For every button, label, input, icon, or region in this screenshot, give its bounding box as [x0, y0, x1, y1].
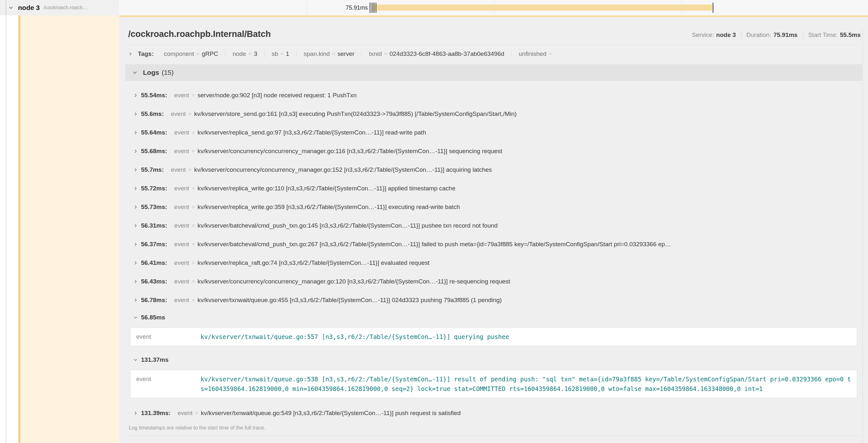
- chevron-right-icon[interactable]: [133, 298, 138, 302]
- tag-item: node = 3: [225, 50, 265, 58]
- span-bar-hatch: [369, 3, 377, 13]
- chevron-right-icon[interactable]: [133, 130, 138, 135]
- log-field-value: kv/kvserver/concurrency/concurrency_mana…: [197, 278, 862, 285]
- chevron-right-icon[interactable]: [133, 242, 138, 246]
- logs-footer-note: Log timestamps are relative to the start…: [128, 425, 862, 431]
- log-field-key: event: [174, 260, 189, 267]
- log-field-key: event: [174, 204, 189, 211]
- log-field-value: kv/kvserver/concurrency/concurrency_mana…: [194, 166, 862, 173]
- equals-sign: =: [192, 148, 195, 155]
- tag-key: node: [232, 50, 246, 58]
- logs-toggle-header[interactable]: Logs (15): [125, 64, 862, 81]
- chevron-right-icon[interactable]: [133, 279, 138, 284]
- log-row[interactable]: 56.31ms: event = kv/kvserver/batcheval/c…: [128, 216, 862, 235]
- tag-item: unfinished =: [512, 50, 561, 58]
- equals-sign: =: [188, 111, 191, 117]
- equals-sign: =: [196, 51, 199, 57]
- equals-sign: =: [192, 260, 195, 266]
- log-timestamp: 55.73ms:: [141, 204, 167, 211]
- log-row[interactable]: 55.54ms: event = server/node.go:902 [n3]…: [128, 86, 862, 105]
- log-field-key: event: [174, 297, 189, 304]
- collapse-span-chevron-icon[interactable]: [8, 5, 13, 10]
- log-field-key: event: [171, 166, 186, 173]
- chevron-right-icon[interactable]: [133, 112, 138, 116]
- duration-label: Duration:: [747, 31, 771, 38]
- duration-value: 75.91ms: [774, 31, 798, 38]
- chevron-right-icon[interactable]: [133, 93, 138, 98]
- chevron-right-icon[interactable]: [128, 52, 133, 56]
- log-row[interactable]: 56.37ms: event = kv/kvserver/batcheval/c…: [128, 235, 862, 253]
- log-field-key: event: [178, 410, 192, 417]
- tag-key: span.kind: [304, 50, 330, 58]
- log-row-expanded-header[interactable]: 131.37ms: [128, 352, 862, 368]
- log-field-key: event: [174, 185, 189, 192]
- log-row[interactable]: 55.7ms: event = kv/kvserver/concurrency/…: [128, 161, 862, 179]
- equals-sign: =: [192, 204, 195, 210]
- log-row[interactable]: 56.78ms: event = kv/kvserver/txnwait/que…: [128, 291, 862, 309]
- log-timestamp: 55.64ms:: [141, 129, 167, 136]
- logs-count: (15): [162, 69, 174, 76]
- equals-sign: =: [195, 410, 198, 416]
- tags-toggle-row[interactable]: Tags: component = gRPC node = 3 sb = 1 s…: [128, 49, 862, 59]
- chevron-right-icon[interactable]: [133, 224, 138, 228]
- log-row[interactable]: 56.41ms: event = kv/kvserver/replica_raf…: [128, 253, 862, 272]
- log-field-key: event: [174, 148, 189, 155]
- chevron-right-icon[interactable]: [133, 149, 138, 154]
- tag-key: txnid: [369, 50, 382, 58]
- detail-left-column: [20, 15, 119, 443]
- log-field-value: kv/kvserver/txnwait/queue.go:455 [n3,s3,…: [197, 297, 862, 304]
- span-name-cell[interactable]: node 3 /cockroach.roach…: [0, 0, 119, 15]
- header-divider: [128, 45, 862, 45]
- tag-key: unfinished: [519, 50, 547, 58]
- log-timestamp: 56.31ms:: [141, 222, 167, 229]
- log-row[interactable]: 55.64ms: event = kv/kvserver/replica_sen…: [128, 123, 862, 142]
- log-row[interactable]: 131.39ms: event = kv/kvserver/txnwait/qu…: [128, 404, 862, 422]
- chevron-right-icon[interactable]: [133, 411, 138, 415]
- chevron-down-icon[interactable]: [133, 357, 138, 362]
- log-row[interactable]: 56.43ms: event = kv/kvserver/concurrency…: [128, 272, 862, 291]
- log-timestamp: 56.78ms:: [141, 297, 167, 304]
- chevron-down-icon[interactable]: [133, 315, 138, 320]
- log-field-key: event: [174, 241, 189, 248]
- span-operation-name: /cockroach.roach…: [44, 5, 88, 10]
- tag-value: gRPC: [202, 50, 218, 58]
- log-row[interactable]: 55.68ms: event = kv/kvserver/concurrency…: [128, 142, 862, 161]
- equals-sign: =: [384, 51, 388, 57]
- equals-sign: =: [192, 297, 195, 303]
- log-field-value: kv/kvserver/replica_raft.go:74 [n3,s3,r6…: [197, 260, 862, 267]
- chevron-right-icon[interactable]: [133, 168, 138, 172]
- chevron-right-icon[interactable]: [133, 186, 138, 191]
- log-row-expanded-header[interactable]: 56.85ms: [128, 309, 862, 326]
- log-timestamp: 56.43ms:: [141, 278, 167, 285]
- log-field-value: kv/kvserver/txnwait/queue.go:557 [n3,s3,…: [200, 332, 851, 342]
- equals-sign: =: [192, 129, 195, 136]
- log-row[interactable]: 55.73ms: event = kv/kvserver/replica_wri…: [128, 198, 862, 216]
- span-timeline[interactable]: 75.91ms: [119, 0, 868, 15]
- span-bar[interactable]: [372, 4, 712, 10]
- span-title: /cockroach.roachpb.Internal/Batch: [128, 29, 692, 39]
- equals-sign: =: [188, 167, 191, 173]
- log-field-key: event: [136, 332, 200, 342]
- span-meta: Service: node 3 Duration: 75.91ms Start …: [692, 31, 862, 38]
- log-field-value: kv/kvserver/replica_send.go:97 [n3,s3,r6…: [197, 129, 862, 136]
- equals-sign: =: [549, 51, 552, 57]
- log-timestamp: 55.54ms:: [141, 92, 167, 99]
- log-row[interactable]: 55.72ms: event = kv/kvserver/replica_wri…: [128, 179, 862, 198]
- log-field-value: kv/kvserver/txnwait/queue.go:538 [n3,s3,…: [200, 374, 851, 394]
- log-entry-expanded: 56.85ms event kv/kvserver/txnwait/queue.…: [128, 309, 862, 346]
- log-field-value: kv/kvserver/concurrency/concurrency_mana…: [197, 148, 862, 155]
- logs-footer-divider: [125, 435, 862, 436]
- tag-key: component: [164, 50, 194, 58]
- log-row[interactable]: 55.6ms: event = kv/kvserver/store_send.g…: [128, 105, 862, 123]
- span-service-name: node 3: [18, 4, 40, 11]
- chevron-right-icon[interactable]: [133, 205, 138, 209]
- detail-header: /cockroach.roachpb.Internal/Batch Servic…: [128, 29, 862, 39]
- log-field-value: server/node.go:902 [n3] node received re…: [197, 92, 862, 99]
- chevron-down-icon[interactable]: [132, 70, 137, 75]
- tag-item: component = gRPC: [157, 50, 225, 58]
- log-timestamp: 55.68ms:: [141, 148, 167, 155]
- log-field-value: kv/kvserver/txnwait/queue.go:549 [n3,s3,…: [201, 410, 862, 417]
- log-field-key: event: [174, 129, 189, 136]
- service-value: node 3: [716, 31, 736, 38]
- chevron-right-icon[interactable]: [133, 261, 138, 265]
